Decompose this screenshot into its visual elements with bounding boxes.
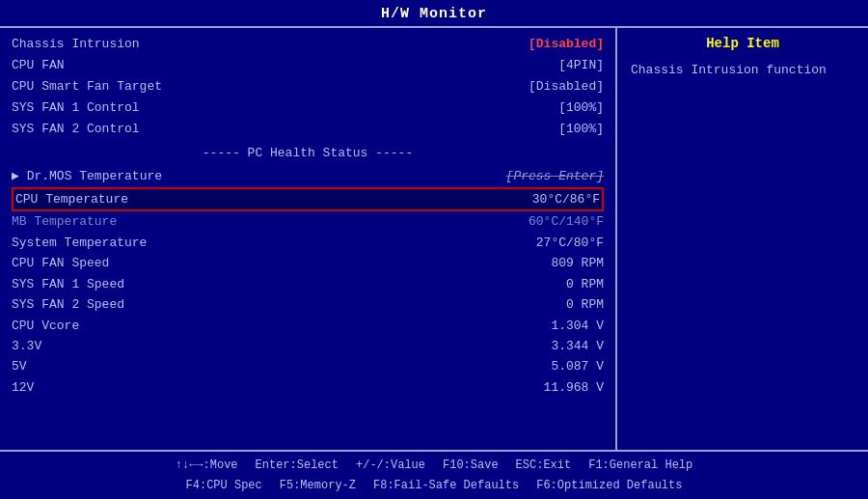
sys-fan2-speed-label: SYS FAN 2 Speed: [12, 294, 124, 315]
sys-fan2-control-value[interactable]: [100%]: [558, 119, 604, 140]
drmos-value: [Press Enter]: [506, 166, 604, 186]
health-row-sys-fan2-speed[interactable]: SYS FAN 2 Speed 0 RPM: [12, 294, 604, 315]
setting-row-sysfan2: SYS FAN 2 Control [100%]: [12, 119, 604, 140]
footer-f6: F6:Optimized Defaults: [536, 476, 682, 495]
footer-f8: F8:Fail-Safe Defaults: [373, 476, 519, 495]
sys-fan1-speed-label: SYS FAN 1 Speed: [12, 274, 124, 294]
mb-temp-value: 60°C/140°F: [529, 211, 604, 232]
footer-f5: F5:Memory-Z: [280, 476, 356, 495]
health-row-3v3[interactable]: 3.3V 3.344 V: [12, 336, 604, 356]
health-row-drmos[interactable]: ▶ Dr.MOS Temperature [Press Enter]: [12, 166, 604, 186]
setting-row-cpufan: CPU FAN [4PIN]: [12, 55, 604, 76]
cpu-temp-value: 30°C/86°F: [532, 189, 600, 209]
sys-fan2-control-label: SYS FAN 2 Control: [12, 119, 140, 140]
health-row-cpu-temp[interactable]: CPU Temperature 30°C/86°F: [12, 187, 604, 211]
5v-label: 5V: [12, 356, 27, 376]
title-bar: H/W Monitor: [0, 0, 868, 26]
3v3-label: 3.3V: [12, 336, 41, 356]
cpu-fan-label: CPU FAN: [12, 55, 65, 76]
cpu-fan-value[interactable]: [4PIN]: [558, 55, 604, 76]
health-row-cpu-fan-speed[interactable]: CPU FAN Speed 809 RPM: [12, 253, 604, 273]
drmos-label: ▶ Dr.MOS Temperature: [12, 166, 162, 186]
sys-fan1-speed-value: 0 RPM: [566, 274, 604, 294]
main-content: Chassis Intrusion [Disabled] CPU FAN [4P…: [0, 26, 868, 452]
footer-enter: Enter:Select: [256, 456, 339, 475]
setting-row-cpusmartfan: CPU Smart Fan Target [Disabled]: [12, 76, 604, 97]
chassis-intrusion-label: Chassis Intrusion: [12, 34, 140, 55]
12v-value: 11.968 V: [544, 377, 604, 398]
cpu-temp-label: CPU Temperature: [15, 189, 128, 209]
sys-temp-label: System Temperature: [12, 233, 147, 253]
footer-f4: F4:CPU Spec: [186, 476, 262, 495]
help-content: Chassis Intrusion function: [631, 61, 854, 81]
health-section: ▶ Dr.MOS Temperature [Press Enter] CPU T…: [12, 166, 604, 398]
setting-row-chassis: Chassis Intrusion [Disabled]: [12, 34, 604, 55]
cpu-fan-speed-value: 809 RPM: [551, 253, 604, 273]
footer-f10: F10:Save: [443, 456, 499, 475]
footer-f1: F1:General Help: [588, 456, 692, 475]
setting-row-sysfan1: SYS FAN 1 Control [100%]: [12, 97, 604, 119]
mb-temp-label: MB Temperature: [12, 211, 117, 232]
5v-value: 5.087 V: [551, 356, 604, 376]
3v3-value: 3.344 V: [551, 336, 604, 356]
screen-title: H/W Monitor: [381, 6, 487, 22]
footer-move: ↑↓←→:Move: [176, 456, 238, 475]
footer-row-2: F4:CPU Spec F5:Memory-Z F8:Fail-Safe Def…: [10, 476, 858, 495]
cpu-fan-speed-label: CPU FAN Speed: [12, 253, 109, 273]
cpu-vcore-label: CPU Vcore: [12, 316, 79, 336]
health-row-cpu-vcore[interactable]: CPU Vcore 1.304 V: [12, 316, 604, 336]
health-row-sys-fan1-speed[interactable]: SYS FAN 1 Speed 0 RPM: [12, 274, 604, 294]
bios-screen: H/W Monitor Chassis Intrusion [Disabled]…: [0, 0, 868, 499]
sys-temp-value: 27°C/80°F: [536, 233, 604, 253]
footer-esc: ESC:Exit: [516, 456, 572, 475]
health-row-sys-temp[interactable]: System Temperature 27°C/80°F: [12, 233, 604, 253]
settings-section: Chassis Intrusion [Disabled] CPU FAN [4P…: [12, 34, 604, 140]
footer-value: +/-/:Value: [356, 456, 425, 475]
health-row-5v[interactable]: 5V 5.087 V: [12, 356, 604, 376]
sys-fan2-speed-value: 0 RPM: [566, 294, 604, 315]
left-panel: Chassis Intrusion [Disabled] CPU FAN [4P…: [0, 28, 617, 450]
sys-fan1-control-label: SYS FAN 1 Control: [12, 97, 140, 119]
cpu-smart-fan-value[interactable]: [Disabled]: [529, 76, 604, 97]
help-title: Help Item: [631, 36, 854, 51]
sys-fan1-control-value[interactable]: [100%]: [558, 97, 604, 119]
cpu-vcore-value: 1.304 V: [551, 316, 604, 336]
footer-row-1: ↑↓←→:Move Enter:Select +/-/:Value F10:Sa…: [10, 456, 858, 475]
health-row-12v[interactable]: 12V 11.968 V: [12, 377, 604, 398]
cpu-smart-fan-label: CPU Smart Fan Target: [12, 76, 162, 97]
12v-label: 12V: [12, 377, 34, 398]
chassis-intrusion-value[interactable]: [Disabled]: [529, 34, 604, 55]
footer: ↑↓←→:Move Enter:Select +/-/:Value F10:Sa…: [0, 452, 868, 499]
right-panel: Help Item Chassis Intrusion function: [617, 28, 868, 450]
pc-health-divider: ----- PC Health Status -----: [12, 146, 604, 160]
health-row-mb-temp: MB Temperature 60°C/140°F: [12, 211, 604, 232]
